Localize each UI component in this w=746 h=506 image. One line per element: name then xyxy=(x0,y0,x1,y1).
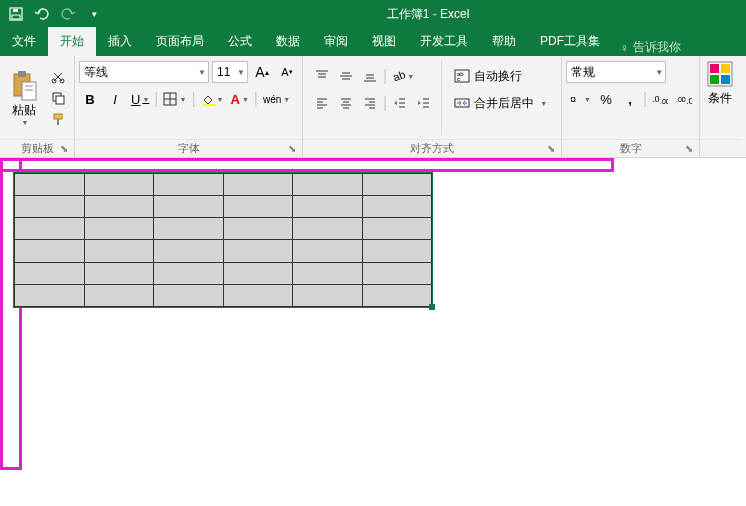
conditional-formatting-icon[interactable] xyxy=(706,60,734,88)
decrease-decimal-icon[interactable]: .00.0 xyxy=(673,88,695,110)
percent-button[interactable]: % xyxy=(595,88,617,110)
ribbon: 粘贴 ▼ 剪贴板 ⬊ 等线▼ 11▼ A▴ A xyxy=(0,56,746,158)
svg-rect-57 xyxy=(710,75,719,84)
phonetic-icon[interactable]: wén▼ xyxy=(261,88,292,110)
chevron-down-icon: ▼ xyxy=(179,96,186,103)
group-number-label: 数字 xyxy=(620,141,642,156)
font-size-combo[interactable]: 11▼ xyxy=(212,61,248,83)
chevron-down-icon[interactable]: ▼ xyxy=(22,119,29,126)
redo-icon[interactable] xyxy=(60,6,76,22)
tab-file[interactable]: 文件 xyxy=(0,27,48,56)
dialog-launcher-icon[interactable]: ⬊ xyxy=(286,143,298,155)
svg-text:.00: .00 xyxy=(660,98,668,105)
group-alignment-label: 对齐方式 xyxy=(410,141,454,156)
increase-indent-icon[interactable] xyxy=(413,92,435,114)
group-alignment: | ab▼ | abc 自动换行 xyxy=(303,56,562,157)
bold-button[interactable]: B xyxy=(79,88,101,110)
merge-center-button[interactable]: 合并后居中 ▼ xyxy=(448,91,553,115)
group-font-label: 字体 xyxy=(178,141,200,156)
accounting-format-icon[interactable]: ¤▼ xyxy=(566,88,593,110)
tab-home[interactable]: 开始 xyxy=(48,27,96,56)
svg-text:.00: .00 xyxy=(676,96,686,103)
chevron-down-icon: ▼ xyxy=(198,68,206,77)
save-icon[interactable] xyxy=(8,6,24,22)
chevron-down-icon: ▼ xyxy=(540,100,547,107)
italic-button[interactable]: I xyxy=(104,88,126,110)
svg-text:¤: ¤ xyxy=(570,93,576,105)
svg-rect-5 xyxy=(22,82,36,100)
comma-style-icon[interactable]: , xyxy=(619,88,641,110)
tell-me-search[interactable]: ♀ 告诉我你 xyxy=(612,39,689,56)
group-clipboard-label: 剪贴板 xyxy=(21,141,54,156)
tab-developer[interactable]: 开发工具 xyxy=(408,27,480,56)
tab-insert[interactable]: 插入 xyxy=(96,27,144,56)
tab-help[interactable]: 帮助 xyxy=(480,27,528,56)
svg-rect-16 xyxy=(203,104,215,106)
number-format-combo[interactable]: 常规▼ xyxy=(566,61,666,83)
tab-pdf[interactable]: PDF工具集 xyxy=(528,27,612,56)
svg-rect-12 xyxy=(54,114,62,119)
tab-data[interactable]: 数据 xyxy=(264,27,312,56)
group-styles: 条件 xyxy=(700,56,740,157)
copy-icon[interactable] xyxy=(48,89,68,107)
underline-button[interactable]: U▼ xyxy=(129,88,151,110)
svg-rect-58 xyxy=(721,75,730,84)
chevron-down-icon: ▼ xyxy=(283,96,290,103)
wrap-text-button[interactable]: abc 自动换行 xyxy=(448,64,553,88)
decrease-font-icon[interactable]: A▾ xyxy=(276,61,298,83)
svg-text:ab: ab xyxy=(391,69,405,83)
decrease-indent-icon[interactable] xyxy=(389,92,411,114)
dialog-launcher-icon[interactable]: ⬊ xyxy=(545,143,557,155)
align-top-icon[interactable] xyxy=(311,65,333,87)
tab-view[interactable]: 视图 xyxy=(360,27,408,56)
increase-decimal-icon[interactable]: .0.00 xyxy=(649,88,671,110)
tab-review[interactable]: 审阅 xyxy=(312,27,360,56)
group-number: 常规▼ ¤▼ % , | .0.00 .00.0 数字 ⬊ xyxy=(562,56,700,157)
bulb-icon: ♀ xyxy=(620,41,629,55)
fill-handle[interactable] xyxy=(429,304,435,310)
tab-formula[interactable]: 公式 xyxy=(216,27,264,56)
undo-icon[interactable] xyxy=(34,6,50,22)
svg-rect-56 xyxy=(721,64,730,73)
svg-text:c: c xyxy=(457,76,460,82)
orientation-icon[interactable]: ab▼ xyxy=(389,65,416,87)
chevron-down-icon: ▼ xyxy=(407,73,414,80)
group-font: 等线▼ 11▼ A▴ A▾ B I U▼ | ▼ | ▼ A▼ | wén▼ xyxy=(75,56,303,157)
align-bottom-icon[interactable] xyxy=(359,65,381,87)
svg-rect-2 xyxy=(13,9,18,12)
borders-icon[interactable]: ▼ xyxy=(161,88,188,110)
qat-customize-icon[interactable]: ▾ xyxy=(86,6,102,22)
fill-color-icon[interactable]: ▼ xyxy=(199,88,226,110)
font-name-combo[interactable]: 等线▼ xyxy=(79,61,209,83)
svg-rect-55 xyxy=(710,64,719,73)
group-clipboard: 粘贴 ▼ 剪贴板 ⬊ xyxy=(0,56,75,157)
format-painter-icon[interactable] xyxy=(48,110,68,128)
tab-page-layout[interactable]: 页面布局 xyxy=(144,27,216,56)
cut-icon[interactable] xyxy=(48,68,68,86)
svg-rect-11 xyxy=(56,96,64,104)
align-middle-icon[interactable] xyxy=(335,65,357,87)
chevron-down-icon: ▼ xyxy=(584,96,591,103)
svg-rect-1 xyxy=(12,15,20,19)
paste-label[interactable]: 粘贴 xyxy=(12,102,36,119)
svg-text:.0: .0 xyxy=(652,94,660,104)
annotation-highlight xyxy=(0,158,614,172)
ribbon-tabs: 文件 开始 插入 页面布局 公式 数据 审阅 视图 开发工具 帮助 PDF工具集… xyxy=(0,28,746,56)
font-color-icon[interactable]: A▼ xyxy=(229,88,251,110)
svg-rect-4 xyxy=(18,71,26,77)
chevron-down-icon: ▼ xyxy=(217,96,224,103)
selected-range[interactable] xyxy=(13,172,433,308)
chevron-down-icon: ▼ xyxy=(242,96,249,103)
align-center-icon[interactable] xyxy=(335,92,357,114)
align-left-icon[interactable] xyxy=(311,92,333,114)
dialog-launcher-icon[interactable]: ⬊ xyxy=(683,143,695,155)
chevron-down-icon: ▼ xyxy=(142,96,149,103)
align-right-icon[interactable] xyxy=(359,92,381,114)
chevron-down-icon: ▼ xyxy=(655,68,663,77)
conditional-formatting-label[interactable]: 条件 xyxy=(708,90,732,107)
paste-icon[interactable] xyxy=(10,70,38,102)
increase-font-icon[interactable]: A▴ xyxy=(251,61,273,83)
title-bar: ▾ 工作簿1 - Excel xyxy=(0,0,746,28)
window-title: 工作簿1 - Excel xyxy=(110,6,746,23)
dialog-launcher-icon[interactable]: ⬊ xyxy=(58,143,70,155)
